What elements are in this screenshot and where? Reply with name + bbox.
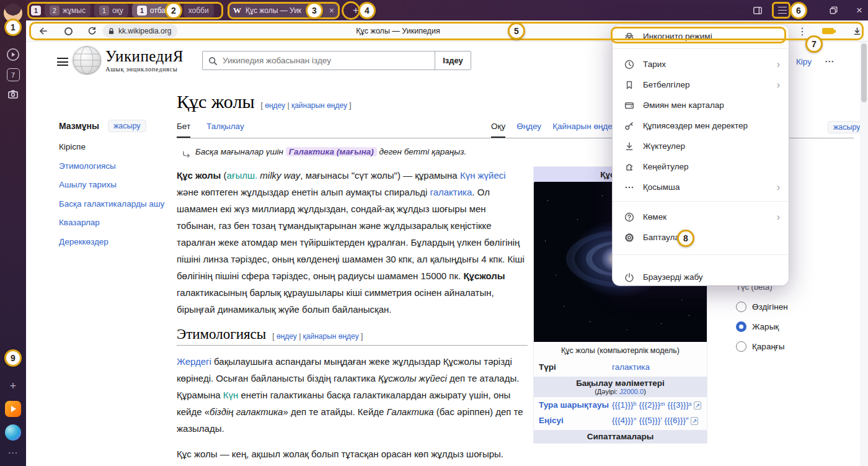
menu-item-close-browser[interactable]: Браузерді жабу xyxy=(613,267,789,287)
tab-edit-source[interactable]: Қайнарын өңдеу xyxy=(552,122,616,138)
hatnote: Басқа мағыналар үшін Галактика (мағына) … xyxy=(177,147,528,159)
text-segment: , мағынасы "сүт жолы") — құрамына xyxy=(300,170,460,181)
ra-value: {{{1}}}ʰ {{{2}}}ᵐ {{{3}}}ˢ↗ xyxy=(612,399,702,411)
tab-group-study[interactable]: 1оқу xyxy=(94,3,128,17)
menu-item-history[interactable]: Тарих › xyxy=(613,54,789,74)
row-label: Түрі xyxy=(539,361,612,374)
tab-edit[interactable]: Өңдеу xyxy=(516,122,541,138)
user-more-icon[interactable]: ⋯ xyxy=(825,56,834,67)
color-option-dark[interactable]: Қараңғы xyxy=(736,341,841,352)
toc-item-intro[interactable]: Кіріспе xyxy=(59,141,177,153)
url-field[interactable]: kk.wikipedia.org xyxy=(103,24,177,38)
battery-icon xyxy=(822,28,834,34)
scrollbar-thumb[interactable] xyxy=(861,43,867,102)
group-count: 1 xyxy=(99,6,109,16)
page-title: Құс жолы — Уикипедия xyxy=(299,20,497,42)
play-icon[interactable] xyxy=(0,47,26,62)
yandex-button[interactable] xyxy=(60,20,77,42)
sidebar-add-icon[interactable]: + xyxy=(0,380,26,393)
toc-hide-button[interactable]: жасыру xyxy=(108,120,146,132)
wordmark-title: УикипедиЯ xyxy=(105,48,184,65)
login-link[interactable]: Кіру xyxy=(796,57,812,66)
tab-page[interactable]: Бет xyxy=(177,122,190,138)
tab-counter-badge[interactable]: 7 xyxy=(0,68,26,81)
sidebar-more-icon[interactable]: ⋯ xyxy=(0,447,26,459)
wikipedia-logo[interactable] xyxy=(72,45,102,75)
chevron-right-icon: › xyxy=(777,60,780,69)
external-link-icon[interactable]: ↗ xyxy=(691,417,698,425)
battery-saver-icon[interactable] xyxy=(818,20,837,42)
external-link-icon[interactable]: ↗ xyxy=(694,401,701,410)
toc-item-etymology[interactable]: Этимологиясы xyxy=(59,160,177,173)
toc-item-other-galaxies[interactable]: Басқа галактикаларды ашу xyxy=(59,198,177,210)
callout-9: 9 xyxy=(4,349,22,367)
language-link[interactable]: ағылш. xyxy=(227,170,258,181)
wiki-link[interactable]: Жердегі xyxy=(177,356,211,367)
text-segment: Басқа мағыналар үшін xyxy=(195,147,286,156)
color-option-light[interactable]: Жарық xyxy=(736,321,841,332)
wiki-link[interactable]: галактика xyxy=(430,187,472,197)
tab-group-work[interactable]: 2жұмыс xyxy=(45,3,91,17)
wordmark-tagline: Ашық энциклопедиясы xyxy=(105,66,184,73)
close-window-button[interactable]: × xyxy=(852,0,867,20)
menu-item-passwords[interactable]: Құпиясөздер мен деректер xyxy=(613,115,789,136)
epoch-link[interactable]: J2000.0 xyxy=(619,388,644,395)
menu-item-extensions[interactable]: Кеңейтулер xyxy=(613,156,789,177)
back-button[interactable] xyxy=(35,20,52,42)
wiki-link[interactable]: Күн жүйесі xyxy=(460,170,506,181)
wiki-link[interactable]: Күн xyxy=(223,390,239,400)
browser-menu-dropdown: Инкогнито режимі Тарих › Бетбелгілер › Ә… xyxy=(613,25,789,285)
search-button[interactable]: Іздеу xyxy=(435,52,471,69)
disambiguation-link[interactable]: Галактика (мағына) xyxy=(286,147,377,156)
search-input[interactable] xyxy=(203,52,435,69)
restore-window-button[interactable] xyxy=(826,0,841,20)
edit-source-link[interactable]: қайнарын өңдеу xyxy=(291,101,347,110)
edit-link[interactable]: өңдеу xyxy=(277,332,297,341)
downloads-button[interactable] xyxy=(848,20,866,42)
toc-item-quasars[interactable]: Квазарлар xyxy=(59,217,177,229)
browser-menu-button[interactable] xyxy=(775,0,790,20)
article-heading-row: Құс жолы [ өңдеу | қайнарын өңдеу ] xyxy=(177,91,352,112)
wiki-menu-icon[interactable] xyxy=(57,58,68,66)
separator: | xyxy=(299,332,301,341)
section-edit-links: [ өңдеу | қайнарын өңдеу ] xyxy=(272,332,363,341)
color-option-auto[interactable]: Өздігінен xyxy=(736,302,841,312)
tab-groups: 1 2жұмыс 1оқу 1отбасы хобби xyxy=(31,3,214,17)
menu-item-more[interactable]: Қосымша › xyxy=(613,177,789,197)
refresh-button[interactable] xyxy=(83,20,100,42)
alice-assistant-icon[interactable] xyxy=(0,424,26,441)
menu-item-wallet[interactable]: Әмиян мен карталар xyxy=(613,95,789,115)
menu-item-help[interactable]: Көмек › xyxy=(613,207,789,227)
wikipedia-wordmark[interactable]: УикипедиЯ Ашық энциклопедиясы xyxy=(105,48,184,73)
screenshot-icon[interactable] xyxy=(0,88,26,101)
dec-label-link[interactable]: Еңісуі xyxy=(539,414,612,427)
menu-item-bookmarks[interactable]: Бетбелгілер › xyxy=(613,74,789,95)
yandex-start-icon[interactable] xyxy=(0,401,26,417)
edit-link[interactable]: өңдеу xyxy=(265,101,285,110)
menu-item-settings[interactable]: Баптаулар xyxy=(613,227,789,248)
italic-text: біздің галактика xyxy=(210,406,283,417)
tab-talk[interactable]: Талқылау xyxy=(206,122,244,138)
galaxy-link[interactable]: галактика xyxy=(612,361,702,374)
toc-item-references[interactable]: Дереккөздер xyxy=(59,236,177,248)
appearance-panel: Түс (beta) Өздігінен Жарық Қараңғы xyxy=(736,282,841,361)
callout-3: 3 xyxy=(306,2,323,19)
ra-label-link[interactable]: Тура шарықтауы xyxy=(539,399,612,411)
paragraph-2: Жердегі бақылаушыға аспандағы мыңдаған ж… xyxy=(177,353,528,437)
text-segment: галактикасының барлық құраушылары кіші с… xyxy=(177,287,494,315)
tab-close-icon[interactable]: × xyxy=(329,6,334,16)
tab-group-collapsed[interactable]: 1 xyxy=(31,3,41,17)
menu-item-downloads[interactable]: Жүктеулер xyxy=(613,136,789,156)
tab-group-hobby[interactable]: хобби xyxy=(184,3,214,17)
scrollbar[interactable] xyxy=(860,42,868,466)
callout-4: 4 xyxy=(358,2,376,19)
key-icon xyxy=(624,120,635,132)
edit-source-link[interactable]: қайнарын өңдеу xyxy=(303,332,359,341)
side-panel-icon[interactable] xyxy=(750,0,765,20)
namespace-tabs: Бет Талқылау xyxy=(177,122,244,138)
toc-item-discovery[interactable]: Ашылу тарихы xyxy=(59,179,177,191)
text-segment: » деп те атайды. Кейде xyxy=(283,406,386,417)
tab-read[interactable]: Оқу xyxy=(491,122,505,138)
menu-item-label: Браузерді жабу xyxy=(643,272,703,282)
menu-item-incognito[interactable]: Инкогнито режимі xyxy=(613,26,789,47)
